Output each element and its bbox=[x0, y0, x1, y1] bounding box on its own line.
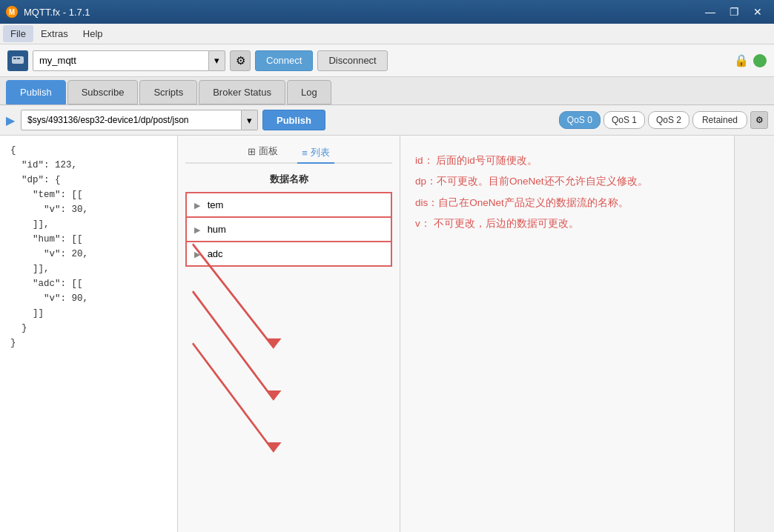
topic-bar: ▶ ▾ Publish QoS 0 QoS 1 QoS 2 Retained ⚙ bbox=[0, 105, 774, 136]
list-tab-label: 列表 bbox=[311, 146, 330, 159]
qos0-button[interactable]: QoS 0 bbox=[559, 111, 601, 129]
expand-arrow-icon: ▶ bbox=[194, 250, 200, 259]
status-indicator bbox=[753, 54, 767, 67]
json-line: } bbox=[10, 321, 167, 336]
grid-icon: ⊞ bbox=[248, 146, 256, 157]
title-bar-left: M MQTT.fx - 1.7.1 bbox=[6, 6, 90, 18]
menu-file[interactable]: File bbox=[3, 25, 33, 42]
annotation-line2: dp：不可更改。目前OneNet还不允许自定义修改。 bbox=[415, 171, 719, 192]
json-line: "id": 123, bbox=[10, 158, 167, 173]
panel-tabs: ⊞ 面板 ≡ 列表 bbox=[185, 143, 392, 164]
svg-marker-6 bbox=[267, 390, 282, 400]
json-line: "tem": [[ bbox=[10, 187, 167, 202]
expand-arrow-icon: ▶ bbox=[194, 201, 200, 210]
topic-dropdown-arrow[interactable]: ▾ bbox=[242, 110, 258, 130]
app-icon: M bbox=[6, 6, 18, 18]
menu-bar: File Extras Help bbox=[0, 24, 774, 44]
topic-input[interactable] bbox=[21, 110, 242, 130]
json-line: } bbox=[10, 336, 167, 350]
table-row: ▶ adc bbox=[186, 242, 391, 266]
tab-broker-status[interactable]: Broker Status bbox=[199, 80, 285, 104]
connection-status: 🔒 bbox=[734, 53, 767, 67]
list-icon: ≡ bbox=[302, 147, 308, 159]
publish-button[interactable]: Publish bbox=[262, 110, 325, 130]
broker-icon bbox=[7, 50, 28, 71]
extra-settings-button[interactable]: ⚙ bbox=[750, 111, 768, 129]
svg-marker-4 bbox=[267, 339, 282, 348]
disconnect-button[interactable]: Disconnect bbox=[317, 50, 387, 71]
close-button[interactable]: ✕ bbox=[747, 4, 768, 19]
tab-subscribe[interactable]: Subscribe bbox=[67, 80, 139, 104]
retained-button[interactable]: Retained bbox=[692, 111, 747, 129]
settings-gear-button[interactable]: ⚙ bbox=[230, 50, 251, 71]
json-line: ]], bbox=[10, 262, 167, 276]
vertical-scrollbar[interactable] bbox=[734, 136, 746, 532]
connection-bar: ▾ ⚙ Connect Disconnect 🔒 bbox=[0, 44, 774, 77]
svg-line-5 bbox=[193, 291, 274, 399]
json-line: { bbox=[10, 143, 167, 158]
broker-dropdown[interactable]: ▾ bbox=[33, 50, 225, 71]
connect-button[interactable]: Connect bbox=[255, 50, 313, 71]
annotation-line1: id： 后面的id号可随便改。 bbox=[415, 150, 719, 171]
tab-publish[interactable]: Publish bbox=[6, 80, 66, 104]
menu-help[interactable]: Help bbox=[76, 25, 110, 42]
broker-dropdown-arrow[interactable]: ▾ bbox=[209, 50, 225, 71]
expand-arrow-icon: ▶ bbox=[194, 225, 200, 234]
svg-rect-1 bbox=[13, 58, 16, 59]
json-line: ]], bbox=[10, 217, 167, 232]
row-name-hum: hum bbox=[208, 224, 226, 235]
expand-cell[interactable]: ▶ hum bbox=[186, 217, 391, 242]
right-panel: id： 后面的id号可随便改。 dp：不可更改。目前OneNet还不允许自定义修… bbox=[400, 136, 734, 532]
json-line: "dp": { bbox=[10, 173, 167, 187]
qos-controls: QoS 0 QoS 1 QoS 2 Retained ⚙ bbox=[559, 111, 768, 129]
expand-cell[interactable]: ▶ adc bbox=[186, 242, 391, 266]
annotation-line3: dis：自己在OneNet产品定义的数据流的名称。 bbox=[415, 193, 719, 213]
qos2-button[interactable]: QoS 2 bbox=[648, 111, 689, 129]
table-header-text: 数据名称 bbox=[270, 173, 308, 184]
annotations: id： 后面的id号可随便改。 dp：不可更改。目前OneNet还不允许自定义修… bbox=[415, 150, 719, 234]
row-name-adc: adc bbox=[208, 248, 223, 259]
app-title: MQTT.fx - 1.7.1 bbox=[24, 7, 90, 18]
lock-icon: 🔒 bbox=[734, 53, 749, 67]
main-content: ▶ ▾ Publish QoS 0 QoS 1 QoS 2 Retained ⚙… bbox=[0, 105, 774, 532]
row-name-tem: tem bbox=[208, 199, 224, 210]
json-line: "v": 90, bbox=[10, 291, 167, 306]
minimize-button[interactable]: — bbox=[700, 4, 721, 19]
json-line: "v": 20, bbox=[10, 247, 167, 262]
qos1-button[interactable]: QoS 1 bbox=[603, 111, 645, 129]
maximize-button[interactable]: ❐ bbox=[724, 4, 744, 19]
tab-list-view[interactable]: ≡ 列表 bbox=[297, 143, 334, 164]
svg-rect-0 bbox=[12, 56, 24, 64]
json-line: "v": 30, bbox=[10, 202, 167, 217]
title-bar: M MQTT.fx - 1.7.1 — ❐ ✕ bbox=[0, 0, 774, 24]
table-row: ▶ tem bbox=[186, 193, 391, 217]
json-line: "adc": [[ bbox=[10, 276, 167, 291]
svg-marker-8 bbox=[267, 442, 282, 452]
table-header: 数据名称 bbox=[185, 173, 392, 186]
svg-rect-2 bbox=[17, 58, 20, 59]
window-controls: — ❐ ✕ bbox=[700, 4, 768, 19]
table-row: ▶ hum bbox=[186, 217, 391, 242]
json-line: ]] bbox=[10, 306, 167, 321]
menu-extras[interactable]: Extras bbox=[33, 25, 76, 42]
svg-line-7 bbox=[193, 343, 274, 451]
topic-input-wrap: ▾ bbox=[21, 110, 258, 130]
tab-log[interactable]: Log bbox=[287, 80, 331, 104]
tab-scripts[interactable]: Scripts bbox=[139, 80, 197, 104]
tab-panel-view[interactable]: ⊞ 面板 bbox=[243, 143, 282, 159]
broker-name-input[interactable] bbox=[33, 50, 209, 71]
center-panel: ⊞ 面板 ≡ 列表 数据名称 ▶ tem bbox=[178, 136, 400, 532]
panel-tab-label: 面板 bbox=[259, 144, 278, 158]
expand-cell[interactable]: ▶ tem bbox=[186, 193, 391, 217]
data-table: ▶ tem ▶ hum ▶ adc bbox=[185, 192, 392, 267]
tab-bar: Publish Subscribe Scripts Broker Status … bbox=[0, 77, 774, 105]
json-editor[interactable]: { "id": 123, "dp": { "tem": [[ "v": 30, … bbox=[0, 136, 178, 532]
content-area: { "id": 123, "dp": { "tem": [[ "v": 30, … bbox=[0, 136, 774, 532]
annotation-line4: v： 不可更改，后边的数据可更改。 bbox=[415, 213, 719, 234]
json-line: "hum": [[ bbox=[10, 232, 167, 247]
topic-arrow-icon: ▶ bbox=[6, 113, 15, 127]
